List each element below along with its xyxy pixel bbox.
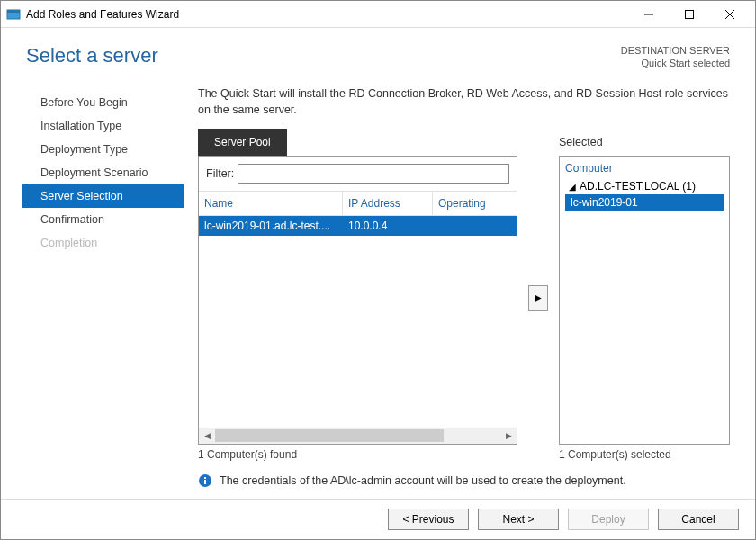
server-pool-box: Filter: Name IP Address Operating lc-win… <box>198 156 518 445</box>
header: Select a server DESTINATION SERVER Quick… <box>1 28 755 75</box>
cancel-button[interactable]: Cancel <box>658 508 739 530</box>
server-pool-pane: Server Pool Filter: Name IP Address Oper… <box>198 129 518 466</box>
col-os[interactable]: Operating <box>433 192 517 215</box>
nav-item-server-selection[interactable]: Server Selection <box>22 184 184 208</box>
tree-leaf[interactable]: lc-win2019-01 <box>565 194 724 211</box>
nav-sidebar: Before You Begin Installation Type Deplo… <box>26 86 184 491</box>
transfer-controls: ▶ <box>526 285 550 310</box>
cell-ip: 10.0.0.4 <box>348 220 438 232</box>
next-button[interactable]: Next > <box>478 508 559 530</box>
filter-row: Filter: <box>199 157 517 191</box>
selected-tree: Computer ◢ AD.LC-TEST.LOCAL (1) lc-win20… <box>559 156 730 445</box>
scroll-track[interactable] <box>215 428 500 444</box>
col-ip[interactable]: IP Address <box>343 192 433 215</box>
nav-item-before-you-begin[interactable]: Before You Begin <box>26 91 184 114</box>
body: Before You Begin Installation Type Deplo… <box>1 75 755 499</box>
info-text: The credentials of the AD\lc-admin accou… <box>220 474 626 487</box>
svg-rect-8 <box>204 477 206 479</box>
tree-domain-node[interactable]: ◢ AD.LC-TEST.LOCAL (1) <box>565 180 724 193</box>
add-selected-button[interactable]: ▶ <box>528 285 548 310</box>
intro-text: The Quick Start will install the RD Conn… <box>198 86 730 118</box>
close-button[interactable] <box>709 1 750 28</box>
main-content: The Quick Start will install the RD Conn… <box>184 86 730 491</box>
scroll-left-icon[interactable]: ◀ <box>199 428 215 444</box>
selected-pane: Selected Computer ◢ AD.LC-TEST.LOCAL (1)… <box>559 129 730 466</box>
maximize-button[interactable] <box>669 1 709 28</box>
tree-header[interactable]: Computer <box>565 162 724 175</box>
nav-item-deployment-type[interactable]: Deployment Type <box>26 138 184 161</box>
deploy-button: Deploy <box>568 508 649 530</box>
footer: < Previous Next > Deploy Cancel <box>1 499 755 539</box>
titlebar[interactable]: Add Roles and Features Wizard <box>1 1 755 28</box>
destination-value: Quick Start selected <box>621 57 730 69</box>
nav-item-confirmation[interactable]: Confirmation <box>26 208 184 231</box>
chevron-right-icon: ▶ <box>535 292 542 302</box>
info-icon <box>198 473 212 488</box>
info-row: The credentials of the AD\lc-admin accou… <box>198 466 730 491</box>
destination-label: DESTINATION SERVER <box>621 44 730 57</box>
selected-status: 1 Computer(s) selected <box>559 445 730 466</box>
scroll-thumb[interactable] <box>215 429 444 442</box>
col-name[interactable]: Name <box>199 192 343 215</box>
minimize-button[interactable] <box>628 1 669 28</box>
svg-rect-3 <box>685 10 693 18</box>
nav-item-completion: Completion <box>26 231 184 255</box>
destination-block: DESTINATION SERVER Quick Start selected <box>621 44 730 69</box>
scroll-right-icon[interactable]: ▶ <box>500 428 517 444</box>
nav-item-deployment-scenario[interactable]: Deployment Scenario <box>26 161 184 184</box>
previous-button[interactable]: < Previous <box>388 508 469 530</box>
server-rows: lc-win2019-01.ad.lc-test.... 10.0.0.4 <box>199 216 517 428</box>
selected-label: Selected <box>559 129 730 156</box>
caret-down-icon: ◢ <box>569 182 576 192</box>
filter-input[interactable] <box>238 164 509 184</box>
server-split: Server Pool Filter: Name IP Address Oper… <box>198 129 730 466</box>
cell-name: lc-win2019-01.ad.lc-test.... <box>204 220 348 232</box>
table-row[interactable]: lc-win2019-01.ad.lc-test.... 10.0.0.4 <box>199 216 517 236</box>
nav-item-installation-type[interactable]: Installation Type <box>26 114 184 138</box>
window-title: Add Roles and Features Wizard <box>26 8 628 21</box>
found-status: 1 Computer(s) found <box>198 445 518 466</box>
page-title: Select a server <box>26 44 621 68</box>
svg-rect-1 <box>7 10 20 13</box>
filter-label: Filter: <box>206 167 234 180</box>
tab-server-pool[interactable]: Server Pool <box>198 129 287 156</box>
horizontal-scrollbar[interactable]: ◀ ▶ <box>199 428 517 444</box>
svg-rect-7 <box>204 480 206 484</box>
cell-os <box>438 220 511 232</box>
tree-domain-label: AD.LC-TEST.LOCAL (1) <box>580 180 696 193</box>
column-headers: Name IP Address Operating <box>199 191 517 216</box>
app-icon <box>6 7 21 22</box>
wizard-window: Add Roles and Features Wizard Select a s… <box>0 0 756 540</box>
tabstrip: Server Pool <box>198 129 518 156</box>
